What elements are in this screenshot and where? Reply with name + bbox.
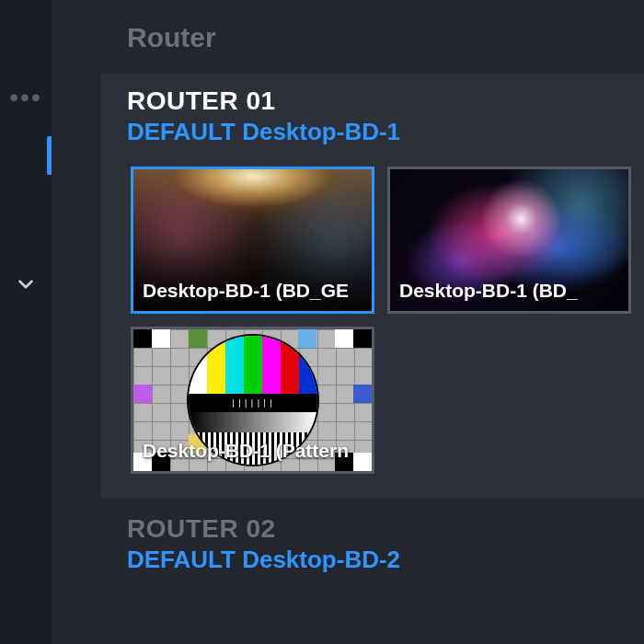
source-thumbnail[interactable]: | | | | | | | Desktop-BD-1 (Pattern — [131, 327, 374, 474]
source-thumbnail[interactable]: Desktop-BD-1 (BD_GE — [131, 167, 374, 314]
left-rail: ••• — [0, 0, 52, 644]
thumbnail-label: Desktop-BD-1 (Pattern — [133, 434, 372, 471]
router-name: ROUTER 02 — [127, 514, 644, 544]
router-subtitle: DEFAULT Desktop-BD-1 — [127, 118, 644, 146]
router-subtitle: DEFAULT Desktop-BD-2 — [127, 546, 644, 574]
more-icon[interactable]: ••• — [9, 83, 41, 112]
thumbnail-label: Desktop-BD-1 (BD_GE — [133, 274, 372, 311]
source-thumbnail[interactable]: Desktop-BD-1 (BD_ — [387, 167, 631, 314]
router-block-01: ROUTER 01 DEFAULT Desktop-BD-1 Desktop-B… — [101, 74, 644, 498]
chevron-down-icon[interactable] — [14, 272, 38, 300]
router-block-02[interactable]: ROUTER 02 DEFAULT Desktop-BD-2 — [101, 498, 644, 580]
thumbnail-label: Desktop-BD-1 (BD_ — [390, 274, 628, 311]
panel-title: Router — [101, 0, 644, 74]
rail-gutter — [52, 0, 101, 644]
router-name: ROUTER 01 — [127, 86, 644, 116]
router-header[interactable]: ROUTER 01 DEFAULT Desktop-BD-1 — [101, 74, 644, 155]
main-panel: Router ROUTER 01 DEFAULT Desktop-BD-1 De… — [101, 0, 644, 644]
source-thumbnails: Desktop-BD-1 (BD_GE Desktop-BD-1 (BD_ — [101, 155, 644, 498]
